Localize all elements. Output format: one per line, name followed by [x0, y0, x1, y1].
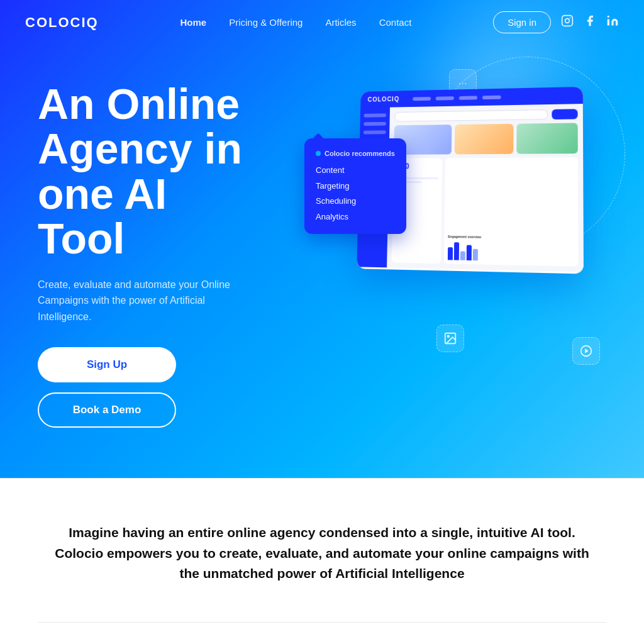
- tooltip-header: Colocio recommends: [316, 147, 395, 160]
- hero-content: An Online Agency in one AI Tool Create, …: [0, 63, 302, 478]
- mock-side-item: [364, 122, 386, 126]
- tooltip-title: Colocio recommends: [325, 147, 395, 160]
- mock-bar: [467, 245, 472, 261]
- nav-pricing[interactable]: Pricing & Offering: [229, 17, 303, 28]
- tooltip-item-content: Content: [316, 163, 395, 179]
- mock-nav-dot: [482, 95, 501, 99]
- mock-chart-box: Engagement overview: [444, 157, 579, 267]
- section-divider: [38, 622, 606, 623]
- below-fold-text: Imagine having an entire online agency c…: [52, 523, 592, 584]
- nav-links: Home Pricing & Offering Articles Contact: [180, 17, 411, 28]
- book-demo-button[interactable]: Book a Demo: [38, 392, 176, 428]
- mock-chart-area: 400 likes Engagement overview: [392, 157, 579, 267]
- svg-point-3: [608, 16, 609, 18]
- svg-marker-7: [585, 348, 589, 353]
- svg-point-2: [570, 18, 571, 19]
- mock-card: [517, 123, 578, 153]
- mock-chart-title: Engagement overview: [448, 235, 574, 240]
- hero-subtitle: Create, evaluate and automate your Onlin…: [38, 277, 252, 325]
- instagram-icon[interactable]: [561, 14, 574, 30]
- hero-buttons: Sign Up Book a Demo: [38, 347, 264, 428]
- nav-contact[interactable]: Contact: [379, 17, 412, 28]
- mock-nav-dots: [413, 95, 501, 101]
- mock-nav-dot: [435, 96, 453, 100]
- logo[interactable]: COLOCIQ: [25, 14, 99, 31]
- play-icon: [572, 337, 600, 365]
- mock-main: 400 likes Engagement overview: [387, 104, 584, 272]
- signup-button[interactable]: Sign Up: [38, 347, 176, 382]
- nav-articles[interactable]: Articles: [325, 17, 356, 28]
- hero-visual: ✦ ✦ ··· COLOCIQ: [304, 50, 619, 402]
- logo-text: COLOCIQ: [25, 14, 99, 31]
- mock-header-row: [394, 109, 577, 121]
- mock-card-image: [454, 124, 513, 155]
- tooltip-dot: [316, 151, 321, 156]
- hero-title: An Online Agency in one AI Tool: [38, 82, 264, 262]
- nav-home[interactable]: Home: [180, 17, 206, 28]
- hero-section: An Online Agency in one AI Tool Create, …: [0, 0, 644, 478]
- mock-bar: [460, 252, 465, 260]
- mock-bar: [454, 242, 459, 260]
- mock-cards-row: [394, 123, 578, 155]
- navbar: COLOCIQ Home Pricing & Offering Articles…: [0, 0, 644, 45]
- tooltip-item-targeting: Targeting: [316, 179, 395, 194]
- svg-point-5: [447, 335, 449, 337]
- mock-search: [394, 109, 548, 122]
- mock-card: [454, 124, 513, 155]
- tooltip-item-scheduling: Scheduling: [316, 194, 395, 209]
- mock-bar: [448, 247, 453, 260]
- mock-nav-dot: [413, 96, 431, 100]
- mock-nav-dot: [458, 96, 477, 99]
- nav-right: Sign in: [493, 11, 619, 33]
- sign-in-button[interactable]: Sign in: [493, 11, 551, 33]
- below-fold-section: Imagine having an entire online agency c…: [0, 478, 644, 644]
- facebook-icon[interactable]: [584, 14, 596, 30]
- mock-create-btn: [552, 109, 577, 119]
- mock-side-item: [364, 130, 386, 134]
- mock-bar: [473, 249, 478, 260]
- ai-tooltip-card: Colocio recommends Content Targeting Sch…: [304, 138, 406, 234]
- mock-card-image: [517, 123, 578, 153]
- image-icon: [436, 325, 464, 352]
- mock-side-item: [364, 113, 386, 117]
- svg-point-1: [565, 19, 570, 23]
- linkedin-icon[interactable]: [606, 14, 619, 30]
- tooltip-item-analytics: Analytics: [316, 209, 395, 225]
- svg-rect-0: [562, 16, 573, 26]
- mock-logo: COLOCIQ: [368, 96, 400, 103]
- mock-bars: [448, 241, 574, 262]
